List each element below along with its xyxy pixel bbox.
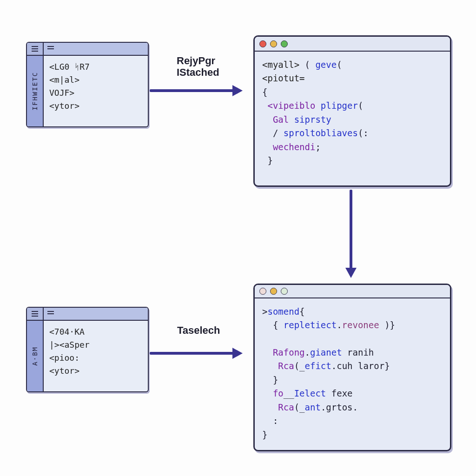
close-icon[interactable] xyxy=(259,40,266,47)
menu-icon xyxy=(27,308,44,320)
arrow-bottom-label-line1: Taselech xyxy=(177,324,220,336)
minimize-icon[interactable] xyxy=(270,288,277,295)
arrow-top-label: RejyPgr IStached xyxy=(177,55,219,79)
minimize-icon[interactable] xyxy=(270,40,277,47)
lines-icon xyxy=(47,48,54,49)
source-panel-1-gutter: IFHWIETC xyxy=(27,56,44,126)
arrow-top-label-line1: RejyPgr xyxy=(177,55,219,66)
menu-icon-2 xyxy=(44,313,148,314)
output-window-1-titlebar xyxy=(255,37,450,52)
close-icon[interactable] xyxy=(259,288,266,295)
arrow-bottom-label: Taselech xyxy=(177,324,220,336)
zoom-icon[interactable] xyxy=(281,40,288,47)
output-window-2: >somend{ { repletiect.revonee )} Rafong.… xyxy=(253,284,451,451)
output-window-1-code: <myall> ( geve( <piotut= { <vipeiblo pli… xyxy=(255,52,450,176)
source-panel-2-titlebar xyxy=(27,308,148,321)
hamburger-icon xyxy=(32,48,38,49)
lines-icon xyxy=(47,313,54,314)
menu-icon-2 xyxy=(44,48,148,49)
source-panel-2: A·BM <704·KА |><aSper <pioo: <ytor> xyxy=(26,307,149,392)
menu-icon xyxy=(27,43,44,55)
source-panel-2-gutter: A·BM xyxy=(27,321,44,391)
arrow-top-label-line2: IStached xyxy=(177,66,219,78)
source-panel-1: IFHWIETC <LG0 ᛋR7 <m|al> VOJF> <ytor> xyxy=(26,42,149,127)
source-panel-1-code: <LG0 ᛋR7 <m|al> VOJF> <ytor> xyxy=(44,56,148,126)
output-window-2-code: >somend{ { repletiect.revonee )} Rafong.… xyxy=(255,298,450,450)
hamburger-icon xyxy=(32,313,38,314)
source-panel-1-titlebar xyxy=(27,43,148,56)
gutter-label: A·BM xyxy=(31,346,39,366)
zoom-icon[interactable] xyxy=(281,288,288,295)
source-panel-2-code: <704·KА |><aSper <pioo: <ytor> xyxy=(44,321,148,391)
gutter-label: IFHWIETC xyxy=(31,72,39,110)
output-window-2-titlebar xyxy=(255,285,450,298)
output-window-1: <myall> ( geve( <piotut= { <vipeiblo pli… xyxy=(253,35,451,187)
